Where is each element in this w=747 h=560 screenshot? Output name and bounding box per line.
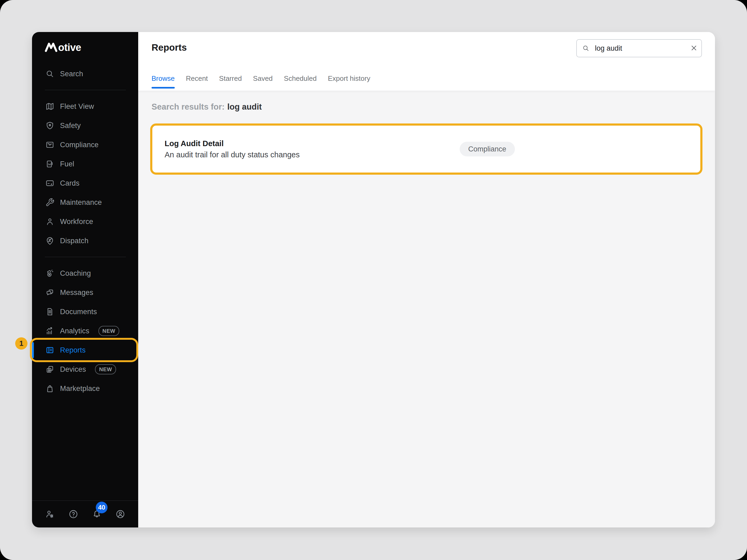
sidebar-item-label: Fuel bbox=[60, 160, 74, 168]
sidebar-item-label: Documents bbox=[60, 308, 97, 316]
analytics-chart-icon bbox=[45, 326, 54, 336]
sidebar-divider bbox=[45, 257, 126, 257]
sidebar-item-label: Safety bbox=[60, 122, 81, 130]
new-badge: NEW bbox=[99, 326, 119, 336]
sidebar-item-label: Compliance bbox=[60, 141, 99, 149]
compliance-chart-icon bbox=[45, 140, 54, 149]
results-heading: Search results for:log audit bbox=[152, 102, 262, 112]
help-icon[interactable] bbox=[68, 509, 78, 519]
motive-logo: otive bbox=[45, 41, 96, 53]
sidebar-item-label: Messages bbox=[60, 289, 93, 297]
credit-card-icon bbox=[45, 179, 54, 188]
active-indicator-bar bbox=[32, 342, 34, 358]
devices-icon bbox=[45, 365, 54, 374]
whistle-icon bbox=[45, 269, 54, 278]
sidebar-footer: 40 bbox=[32, 501, 138, 528]
fuel-pump-icon bbox=[45, 159, 54, 168]
chat-bubbles-icon bbox=[45, 288, 54, 297]
sidebar-item-analytics[interactable]: Analytics NEW bbox=[32, 321, 138, 341]
sidebar-item-label: Search bbox=[60, 70, 83, 78]
sidebar-divider bbox=[45, 90, 126, 90]
report-title: Log Audit Detail bbox=[164, 139, 300, 148]
tab-starred[interactable]: Starred bbox=[219, 68, 242, 88]
dispatch-pin-icon bbox=[45, 236, 54, 245]
report-result-card[interactable]: Log Audit Detail An audit trail for all … bbox=[150, 124, 702, 175]
reports-icon bbox=[45, 346, 54, 355]
sidebar-item-fuel[interactable]: Fuel bbox=[32, 154, 138, 174]
report-description: An audit trail for all duty status chang… bbox=[164, 151, 300, 159]
sidebar-item-label: Cards bbox=[60, 179, 79, 187]
main-panel: Reports Browse Recent Starred Saved Sche… bbox=[138, 32, 715, 528]
document-icon bbox=[45, 307, 54, 316]
sidebar-item-safety[interactable]: Safety bbox=[32, 116, 138, 135]
sidebar-item-label: Analytics bbox=[60, 327, 89, 335]
shield-icon bbox=[45, 121, 54, 130]
sidebar-item-label: Fleet View bbox=[60, 102, 94, 111]
sidebar-item-fleet-view[interactable]: Fleet View bbox=[32, 97, 138, 116]
sidebar-item-coaching[interactable]: Coaching bbox=[32, 264, 138, 283]
page-title: Reports bbox=[152, 42, 187, 53]
category-badge: Compliance bbox=[460, 142, 515, 157]
sidebar-item-reports[interactable]: Reports bbox=[32, 341, 138, 360]
search-input[interactable] bbox=[594, 44, 690, 53]
sidebar: otive Search Fleet View Safety bbox=[32, 32, 138, 528]
svg-text:otive: otive bbox=[58, 42, 81, 53]
wrench-icon bbox=[45, 198, 54, 207]
sidebar-item-label: Marketplace bbox=[60, 384, 100, 393]
tab-export-history[interactable]: Export history bbox=[328, 68, 370, 88]
sidebar-item-label: Maintenance bbox=[60, 198, 102, 207]
admin-user-gear-icon[interactable] bbox=[45, 509, 55, 519]
sidebar-item-devices[interactable]: Devices NEW bbox=[32, 360, 138, 379]
sidebar-item-maintenance[interactable]: Maintenance bbox=[32, 193, 138, 212]
clear-search-icon[interactable] bbox=[690, 44, 698, 53]
screenshot-canvas: otive Search Fleet View Safety bbox=[0, 0, 747, 560]
sidebar-item-compliance[interactable]: Compliance bbox=[32, 135, 138, 154]
reports-search-box bbox=[576, 39, 702, 57]
profile-icon[interactable] bbox=[115, 509, 125, 519]
search-icon bbox=[45, 69, 54, 78]
sidebar-item-documents[interactable]: Documents bbox=[32, 302, 138, 321]
search-icon bbox=[582, 45, 590, 52]
sidebar-item-label: Dispatch bbox=[60, 237, 88, 245]
tab-bar: Browse Recent Starred Saved Scheduled Ex… bbox=[152, 68, 370, 88]
tab-browse[interactable]: Browse bbox=[152, 68, 175, 88]
person-icon bbox=[45, 217, 54, 226]
sidebar-item-label: Reports bbox=[60, 346, 86, 354]
shopping-bag-icon bbox=[45, 384, 54, 393]
sidebar-item-label: Devices bbox=[60, 365, 86, 374]
sidebar-item-search[interactable]: Search bbox=[32, 64, 138, 83]
tab-saved[interactable]: Saved bbox=[253, 68, 273, 88]
notifications-bell-icon[interactable]: 40 bbox=[92, 509, 102, 519]
tab-recent[interactable]: Recent bbox=[186, 68, 208, 88]
results-query: log audit bbox=[227, 102, 262, 111]
tab-scheduled[interactable]: Scheduled bbox=[284, 68, 317, 88]
sidebar-spacer bbox=[32, 398, 138, 501]
sidebar-item-cards[interactable]: Cards bbox=[32, 174, 138, 193]
results-heading-prefix: Search results for: bbox=[152, 102, 225, 111]
sidebar-item-marketplace[interactable]: Marketplace bbox=[32, 379, 138, 398]
sidebar-item-workforce[interactable]: Workforce bbox=[32, 212, 138, 231]
report-card-text: Log Audit Detail An audit trail for all … bbox=[164, 139, 300, 159]
page-header: Reports Browse Recent Starred Saved Sche… bbox=[138, 32, 715, 91]
app-window: otive Search Fleet View Safety bbox=[32, 32, 715, 528]
sidebar-item-label: Coaching bbox=[60, 269, 91, 277]
sidebar-item-dispatch[interactable]: Dispatch bbox=[32, 231, 138, 250]
sidebar-item-label: Workforce bbox=[60, 218, 93, 226]
sidebar-item-messages[interactable]: Messages bbox=[32, 283, 138, 302]
new-badge: NEW bbox=[95, 364, 116, 374]
annotation-step-badge: 1 bbox=[15, 337, 27, 350]
notification-count-badge: 40 bbox=[96, 502, 107, 513]
map-icon bbox=[45, 102, 54, 111]
